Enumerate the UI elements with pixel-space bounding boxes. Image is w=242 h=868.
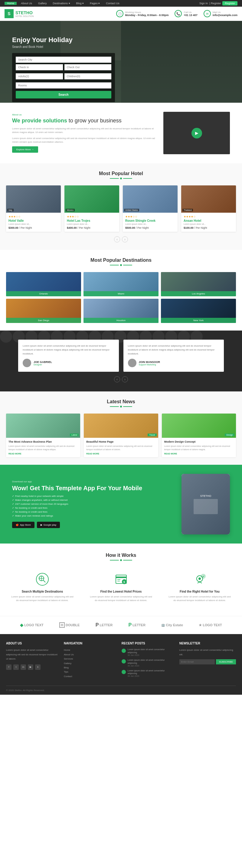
linkedin-icon[interactable]: li xyxy=(35,664,40,670)
explore-button[interactable]: Explore More → xyxy=(12,146,38,153)
how-step-2: $ Find the Lowest Hotel Prices Lorem ips… xyxy=(85,567,157,607)
app-phone-mockup: STETHO xyxy=(181,474,230,534)
hotel-price-3: $500.00 / Per Night xyxy=(125,226,175,229)
news-divider xyxy=(6,406,236,407)
partner-logo-2: H DOUBLE xyxy=(59,622,79,628)
read-more-3[interactable]: READ MORE xyxy=(164,453,234,455)
register-button[interactable]: Register xyxy=(222,1,238,5)
hotel-location-2: Mexico xyxy=(66,209,75,212)
signin-link[interactable]: Sign In xyxy=(199,2,208,5)
footer-about-text: Lorem ipsum dolor sit amet consectetur a… xyxy=(6,648,58,661)
nav-contact[interactable]: Contact Us xyxy=(104,2,121,5)
destination-san-diego[interactable]: San Diego xyxy=(6,299,81,323)
footer-about-title: ABOUT US xyxy=(6,642,58,645)
nav-about[interactable]: About Us xyxy=(19,2,34,5)
play-icon: ▶ xyxy=(40,524,42,526)
nav-blog[interactable]: Blog ▾ xyxy=(74,2,86,5)
hotel-stars-4: ★★★★☆ xyxy=(184,215,234,218)
prev-dot[interactable]: ‹ xyxy=(114,236,120,242)
testimonials-dots: ‹ › xyxy=(6,376,236,382)
instagram-icon[interactable]: in xyxy=(21,664,26,670)
destination-houston[interactable]: Houston xyxy=(83,299,159,323)
footer-posts-title: RECENT POSTS xyxy=(122,642,173,645)
hotel-location-4: Thailand xyxy=(182,209,193,212)
googleplay-label: Google play xyxy=(43,524,57,526)
news-card-2[interactable]: Travel Beautiful Home Page Lorem ipsum d… xyxy=(84,413,158,457)
checkin-input[interactable] xyxy=(16,64,63,70)
hotel-name-3: Rosen Shingle Creek xyxy=(125,219,175,222)
news-image-2: Travel xyxy=(84,413,158,438)
partner-logo-1: ◆ LOGO TEXT xyxy=(20,623,43,627)
read-more-2[interactable]: READ MORE xyxy=(86,453,155,455)
news-card-3[interactable]: Design Modern Design Concept Lorem ipsum… xyxy=(162,413,236,457)
logo-name: STETHO xyxy=(15,10,34,15)
destination-miami[interactable]: Miami xyxy=(83,272,159,296)
news-image-1: Latest xyxy=(6,413,80,438)
read-more-1[interactable]: READ MORE xyxy=(8,453,78,455)
nav-pages[interactable]: Pages ▾ xyxy=(88,2,102,5)
news-badge-2: Travel xyxy=(148,434,157,436)
search-button[interactable]: Search xyxy=(16,91,111,98)
hotel-card-4[interactable]: Thailand ★★★★☆ Ansan Hotel Lorem ipsum d… xyxy=(181,185,236,232)
footer-nav-gallery[interactable]: Gallery xyxy=(64,661,115,665)
destination-orlando[interactable]: Orlando xyxy=(6,272,81,296)
nav-gallery[interactable]: Gallery xyxy=(36,2,49,5)
adults-input[interactable] xyxy=(16,73,63,80)
app-store-button[interactable]: 🍎 App Store xyxy=(12,522,34,528)
news-badge-1: Latest xyxy=(70,434,79,436)
search-box: Search xyxy=(12,53,115,102)
logo-icon: S xyxy=(4,9,13,18)
testimonial-avatar-2 xyxy=(128,359,136,367)
partner-logo-6: ★ LOGO TEXT xyxy=(199,623,222,627)
news-article-title-2: Beautiful Home Page xyxy=(86,440,155,443)
next-dot[interactable]: › xyxy=(122,236,128,242)
footer-nav-tips[interactable]: Tips xyxy=(64,670,115,674)
footer-posts-col: RECENT POSTS Lorem ipsum dolor sit amet … xyxy=(122,642,173,680)
logo[interactable]: S STETHO HOTEL SOLUTION xyxy=(4,9,34,18)
signup-link[interactable]: | Register xyxy=(209,2,221,5)
city-search-input[interactable] xyxy=(16,57,111,63)
logo-text-block: STETHO HOTEL SOLUTION xyxy=(15,10,34,17)
top-navigation: Home About Us Gallery Destinations ▾ Blo… xyxy=(0,0,242,7)
news-article-title-1: The Most Advance Business Plan xyxy=(8,440,78,443)
news-grid: Latest The Most Advance Business Plan Lo… xyxy=(6,413,236,457)
hotel-desc-4: Lorem ipsum dolor sit... xyxy=(184,223,234,225)
google-play-button[interactable]: ▶ Google play xyxy=(37,522,60,528)
news-card-1[interactable]: Latest The Most Advance Business Plan Lo… xyxy=(6,413,80,457)
footer-nav-home[interactable]: Home xyxy=(64,648,115,652)
lowest-price-icon: $ xyxy=(113,572,129,587)
rooms-input[interactable] xyxy=(16,83,111,89)
play-button[interactable]: ▶ xyxy=(192,128,202,138)
checkout-input[interactable] xyxy=(64,64,112,70)
footer-post-2: Lorem ipsum dolor sit amet consectetur a… xyxy=(122,659,173,667)
footer-nav-services[interactable]: Services xyxy=(64,657,115,661)
nav-home[interactable]: Home xyxy=(4,2,16,5)
hotel-price-4: $100.00 / Per Night xyxy=(184,226,234,229)
footer-nav-blog[interactable]: Blog xyxy=(64,665,115,670)
newsletter-email-input[interactable] xyxy=(179,659,215,664)
destination-new-york[interactable]: New York xyxy=(161,299,236,323)
twitter-icon[interactable]: t xyxy=(13,664,19,670)
destinations-grid: Orlando Miami Los Angeles San Diego Hous… xyxy=(6,272,236,323)
youtube-icon[interactable]: ▶ xyxy=(28,664,33,670)
testi-next[interactable]: › xyxy=(122,376,128,382)
hotel-card-2[interactable]: Mexico ★★★☆☆ Hotel Las Trojes Lorem ipsu… xyxy=(64,185,119,232)
destination-los-angeles[interactable]: Los Angeles xyxy=(161,272,236,296)
hotel-card-3[interactable]: United States ★★★☆☆ Rosen Shingle Creek … xyxy=(123,185,178,232)
app-text: Download our app Wow! Get This Templete … xyxy=(12,480,172,528)
subscribe-button[interactable]: SUBSCRIBE xyxy=(216,659,236,664)
news-info-1: The Most Advance Business Plan Lorem ips… xyxy=(6,438,80,457)
hotel-image-3: United States xyxy=(123,185,178,213)
apple-icon: 🍎 xyxy=(16,524,19,526)
destination-label-la: Los Angeles xyxy=(161,291,236,296)
footer-nav-contact[interactable]: Contact xyxy=(64,674,115,679)
nav-destinations[interactable]: Destinations ▾ xyxy=(51,2,72,5)
footer-nav-about[interactable]: About Us xyxy=(64,653,115,657)
facebook-icon[interactable]: f xyxy=(6,664,11,670)
testi-prev[interactable]: ‹ xyxy=(114,376,120,382)
hero-subtitle: Search and Book Hotel xyxy=(12,45,115,49)
hotel-card-1[interactable]: Italy ★★★☆☆ Hotel Valle Lorem ipsum dolo… xyxy=(6,185,61,232)
hero-section: Enjoy Your Holiday Search and Book Hotel… xyxy=(0,21,242,103)
mail-text: Mail Us info@example.com xyxy=(213,11,238,17)
children-input[interactable] xyxy=(64,73,112,80)
